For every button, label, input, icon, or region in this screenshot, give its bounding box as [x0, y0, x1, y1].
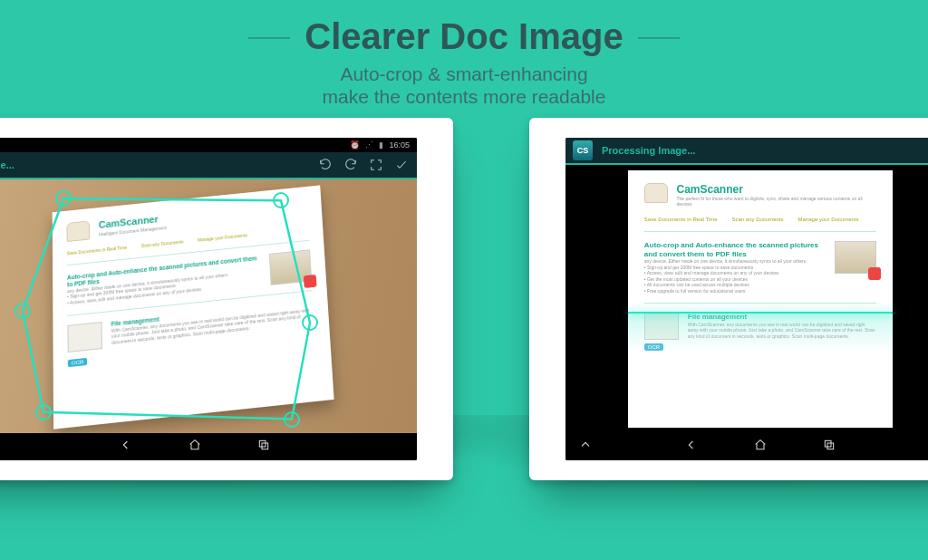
- doc-nav-links-r: Save Documents in Real Time Scan any Doc…: [644, 217, 876, 222]
- android-status-bar: ⏰ ⋰ ▮ 16:05: [0, 138, 417, 152]
- nav-recent-icon[interactable]: [822, 438, 836, 456]
- nav-recent-icon[interactable]: [256, 438, 271, 456]
- android-nav-bar: [0, 433, 417, 460]
- tablet-right-screen: CS Processing Image... CamScanner The pe…: [566, 138, 928, 460]
- tablet-right: CS Processing Image... CamScanner The pe…: [529, 118, 928, 480]
- appbar-title-right: Processing Image...: [602, 145, 923, 156]
- rotate-right-icon[interactable]: [343, 157, 359, 173]
- pdf-icon: [304, 275, 317, 288]
- scan-gradient: [628, 312, 893, 428]
- sample-thumbnail: [269, 249, 312, 285]
- appbar-title-left: mage...: [0, 159, 308, 170]
- nav-back-icon[interactable]: [119, 438, 133, 456]
- tablet-left-screen: ⏰ ⋰ ▮ 16:05 mage... C: [0, 138, 417, 460]
- confirm-check-icon[interactable]: [393, 157, 410, 173]
- camera-crop-view[interactable]: CamScanner Intelligent Document Manageme…: [0, 179, 417, 433]
- bag-icon: [644, 183, 668, 203]
- status-time: 16:05: [389, 140, 410, 150]
- promo-subtitle: Auto-crop & smart-enhancing make the con…: [0, 63, 928, 108]
- ocr-badge: OCR: [68, 358, 88, 367]
- promo-title: Clearer Doc Image: [304, 16, 623, 57]
- scan-line: [628, 312, 893, 314]
- svg-rect-1: [259, 440, 266, 447]
- fullscreen-icon[interactable]: [368, 157, 384, 173]
- captured-paper: CamScanner Intelligent Document Manageme…: [53, 185, 334, 429]
- crop-app-bar: mage...: [0, 152, 417, 179]
- pdf-icon: [868, 267, 881, 280]
- alarm-icon: ⏰: [350, 140, 360, 150]
- svg-rect-4: [827, 443, 834, 449]
- nav-home-icon[interactable]: [753, 438, 768, 456]
- note-icon: [68, 322, 103, 352]
- processing-view: CamScanner The perfect fit for those who…: [566, 165, 928, 433]
- sample-thumbnail-r: [835, 241, 876, 274]
- nav-home-icon[interactable]: [188, 438, 202, 456]
- doc-brand-r: CamScanner: [677, 183, 877, 196]
- promo-heading: Clearer Doc Image Auto-crop & smart-enha…: [0, 0, 928, 108]
- tablet-left: ⏰ ⋰ ▮ 16:05 mage... C: [0, 118, 453, 480]
- svg-rect-3: [825, 440, 831, 447]
- wifi-icon: ⋰: [365, 140, 373, 150]
- rotate-left-icon[interactable]: [317, 157, 334, 173]
- nav-expand-icon[interactable]: [578, 438, 593, 456]
- camscanner-logo: CS: [573, 140, 593, 160]
- processed-document: CamScanner The perfect fit for those who…: [628, 170, 893, 428]
- bag-icon: [67, 220, 91, 242]
- doc-feature-heading-r: Auto-crop and Auto-enhance the scanned p…: [644, 241, 826, 258]
- nav-back-icon[interactable]: [684, 438, 699, 456]
- svg-rect-2: [262, 443, 268, 449]
- battery-icon: ▮: [379, 140, 383, 150]
- android-nav-bar-right: [566, 433, 928, 460]
- processing-app-bar: CS Processing Image...: [566, 138, 928, 165]
- doc-tagline-long: The perfect fit for those who want to di…: [677, 196, 877, 208]
- tablet-stage: ⏰ ⋰ ▮ 16:05 mage... C: [0, 118, 928, 498]
